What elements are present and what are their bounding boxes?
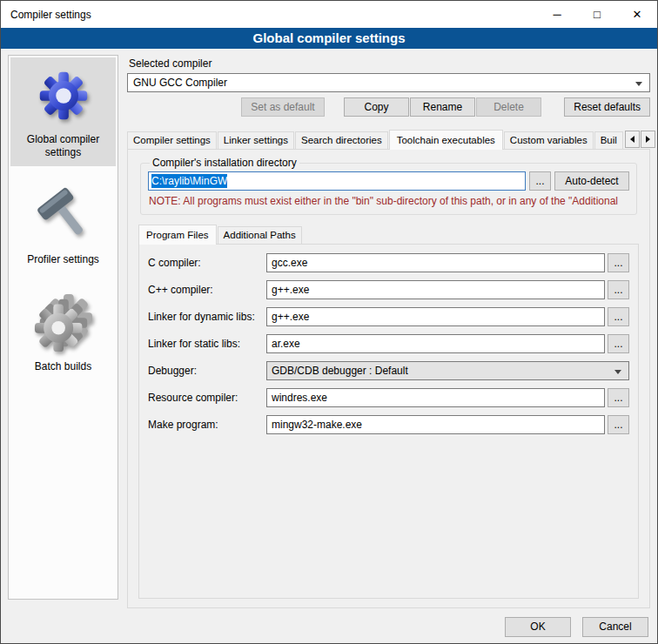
cancel-button[interactable]: Cancel <box>582 617 648 637</box>
tab-build-options[interactable]: Buil <box>594 131 623 149</box>
titlebar[interactable]: Compiler settings ─ □ ✕ <box>1 1 657 28</box>
ok-button[interactable]: OK <box>505 617 571 637</box>
dialog-banner-title: Global compiler settings <box>1 28 657 49</box>
compiler-actions: Set as default Copy Rename Delete Reset … <box>127 97 650 117</box>
set-as-default-button[interactable]: Set as default <box>241 97 325 117</box>
sidebar-item-batch-builds[interactable]: Batch builds <box>10 285 116 380</box>
cpp-compiler-label: C++ compiler: <box>148 284 266 296</box>
static-linker-browse-button[interactable]: ... <box>608 334 629 353</box>
tab-linker-settings[interactable]: Linker settings <box>218 131 294 149</box>
tab-scroll-left-button[interactable] <box>625 131 640 148</box>
c-compiler-browse-button[interactable]: ... <box>608 253 629 272</box>
cpp-compiler-browse-button[interactable]: ... <box>608 280 629 299</box>
tab-scroll-right-button[interactable] <box>641 131 655 148</box>
window-title: Compiler settings <box>1 9 91 21</box>
field-row: Linker for dynamic libs: ... <box>148 307 629 326</box>
copy-button[interactable]: Copy <box>344 97 409 117</box>
compiler-settings-dialog: Compiler settings ─ □ ✕ Global compiler … <box>0 0 658 644</box>
static-linker-label: Linker for static libs: <box>148 338 266 350</box>
settings-category-list: Global compiler settings Profiler settin… <box>8 55 118 600</box>
sidebar-item-global-compiler-settings[interactable]: Global compiler settings <box>10 57 116 166</box>
dialog-footer: OK Cancel <box>505 617 648 637</box>
main-settings-area: Selected compiler GNU GCC Compiler Set a… <box>127 55 650 608</box>
toolchain-executables-panel: Compiler's installation directory C:\ray… <box>127 149 650 608</box>
resource-compiler-browse-button[interactable]: ... <box>608 388 629 407</box>
compiler-select-value: GNU GCC Compiler <box>133 77 227 89</box>
install-dir-browse-button[interactable]: ... <box>529 171 551 191</box>
install-dir-row: C:\raylib\MinGW ... Auto-detect <box>148 171 629 191</box>
field-row: C compiler: ... <box>148 253 629 272</box>
debugger-label: Debugger: <box>148 365 266 377</box>
window-controls: ─ □ ✕ <box>537 1 657 28</box>
field-row: Linker for static libs: ... <box>148 334 629 353</box>
make-program-browse-button[interactable]: ... <box>608 415 629 434</box>
sidebar-item-label: Global compiler settings <box>12 133 114 159</box>
chevron-down-icon <box>614 370 621 374</box>
field-row: Debugger: GDB/CDB debugger : Default <box>148 361 629 380</box>
cpp-compiler-input[interactable] <box>266 280 605 299</box>
tab-custom-variables[interactable]: Custom variables <box>504 131 594 149</box>
static-linker-input[interactable] <box>266 334 605 353</box>
field-row: Make program: ... <box>148 415 629 434</box>
left-arrow-icon <box>630 136 634 143</box>
reset-defaults-button[interactable]: Reset defaults <box>564 97 650 117</box>
maximize-button[interactable]: □ <box>577 1 617 28</box>
blue-gear-icon <box>33 65 94 126</box>
tab-additional-paths[interactable]: Additional Paths <box>218 226 302 244</box>
auto-detect-button[interactable]: Auto-detect <box>554 171 629 191</box>
make-program-label: Make program: <box>148 419 266 431</box>
field-row: C++ compiler: ... <box>148 280 629 299</box>
dialog-content: Global compiler settings Profiler settin… <box>1 49 657 643</box>
sidebar-item-profiler-settings[interactable]: Profiler settings <box>10 178 116 273</box>
tab-scroll-controls <box>624 131 655 148</box>
program-files-panel: C compiler: ... C++ compiler: ... Linker… <box>138 244 639 599</box>
install-dir-note: NOTE: All programs must exist either in … <box>149 195 629 207</box>
c-compiler-label: C compiler: <box>148 257 266 269</box>
sidebar-item-label: Profiler settings <box>27 253 99 266</box>
install-dir-selected-text: C:\raylib\MinGW <box>151 174 227 188</box>
c-compiler-input[interactable] <box>266 253 605 272</box>
close-button[interactable]: ✕ <box>617 1 657 28</box>
tab-program-files[interactable]: Program Files <box>138 225 217 245</box>
settings-tabstrip: Compiler settings Linker settings Search… <box>127 129 650 149</box>
right-arrow-icon <box>646 136 650 143</box>
tab-search-directories[interactable]: Search directories <box>295 131 388 149</box>
resource-compiler-label: Resource compiler: <box>148 392 266 404</box>
install-dir-input[interactable]: C:\raylib\MinGW <box>148 171 526 191</box>
minimize-button[interactable]: ─ <box>537 1 577 28</box>
rename-button[interactable]: Rename <box>410 97 475 117</box>
resource-compiler-input[interactable] <box>266 388 605 407</box>
install-dir-group-title: Compiler's installation directory <box>150 157 299 169</box>
compiler-select[interactable]: GNU GCC Compiler <box>127 73 650 92</box>
debugger-select[interactable]: GDB/CDB debugger : Default <box>266 361 629 380</box>
programs-tabstrip: Program Files Additional Paths <box>138 224 639 244</box>
tab-compiler-settings[interactable]: Compiler settings <box>127 131 217 149</box>
field-row: Resource compiler: ... <box>148 388 629 407</box>
debugger-select-value: GDB/CDB debugger : Default <box>272 365 408 377</box>
gear-stack-icon <box>33 292 94 353</box>
dynamic-linker-label: Linker for dynamic libs: <box>148 311 266 323</box>
tab-toolchain-executables[interactable]: Toolchain executables <box>389 130 503 150</box>
hammer-icon <box>33 185 94 246</box>
selected-compiler-label: Selected compiler <box>129 57 650 70</box>
sidebar-item-label: Batch builds <box>35 360 91 373</box>
install-dir-group: Compiler's installation directory C:\ray… <box>140 157 637 215</box>
chevron-down-icon <box>635 82 642 86</box>
dynamic-linker-browse-button[interactable]: ... <box>608 307 629 326</box>
dynamic-linker-input[interactable] <box>266 307 605 326</box>
delete-button[interactable]: Delete <box>476 97 541 117</box>
make-program-input[interactable] <box>266 415 605 434</box>
